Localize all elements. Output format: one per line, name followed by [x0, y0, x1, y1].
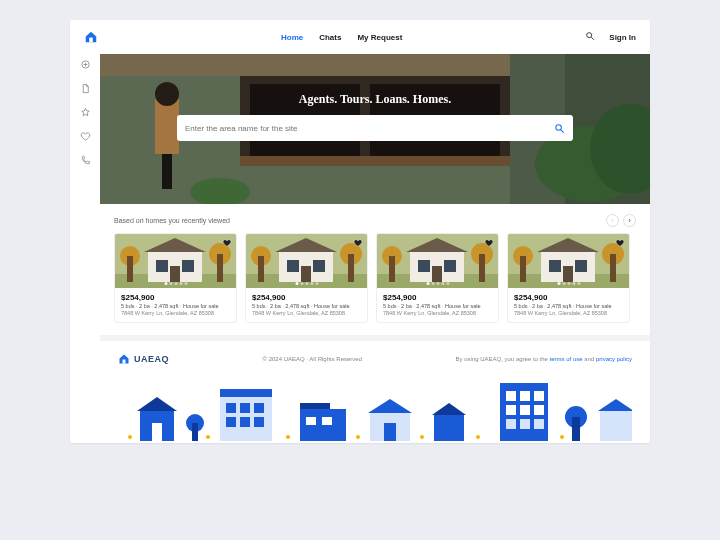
listing-meta: 5 bds · 2 ba · 2,478 sqft · House for sa… — [252, 303, 361, 309]
svg-marker-102 — [598, 399, 632, 411]
svg-rect-69 — [152, 423, 162, 441]
svg-rect-38 — [313, 260, 325, 272]
svg-rect-76 — [254, 403, 264, 413]
listing-meta: 5 bds · 2 ba · 2,478 sqft · House for sa… — [383, 303, 492, 309]
nav-chats[interactable]: Chats — [319, 33, 341, 42]
main-nav: Home Chats My Request — [281, 33, 402, 42]
sidebar-heart-icon[interactable] — [79, 130, 91, 142]
listing-card[interactable]: $254,900 5 bds · 2 ba · 2,478 sqft · Hou… — [114, 233, 237, 323]
hero-search — [177, 115, 573, 141]
svg-rect-0 — [89, 38, 93, 43]
listing-address: 7848 W Kerry Ln, Glendale, AZ 85308 — [383, 310, 492, 316]
svg-rect-93 — [506, 405, 516, 415]
privacy-link[interactable]: privacy policy — [596, 356, 632, 362]
svg-rect-83 — [322, 417, 332, 425]
pager: ‹ › — [606, 214, 636, 227]
svg-rect-59 — [549, 260, 561, 272]
svg-point-20 — [556, 124, 562, 129]
svg-rect-65 — [610, 254, 616, 282]
svg-point-1 — [587, 33, 592, 38]
svg-point-108 — [476, 435, 480, 439]
listing-thumb — [508, 234, 629, 288]
sidebar-phone-icon[interactable] — [79, 154, 91, 166]
svg-rect-79 — [254, 417, 264, 427]
svg-rect-61 — [563, 266, 573, 282]
svg-rect-87 — [434, 415, 464, 441]
listing-thumb — [246, 234, 367, 288]
svg-rect-30 — [127, 256, 133, 282]
footer-brand-name: UAEAQ — [134, 354, 169, 364]
sidebar-add-icon[interactable] — [79, 58, 91, 70]
listing-card[interactable]: $254,900 5 bds · 2 ba · 2,478 sqft · Hou… — [376, 233, 499, 323]
footer-illustration — [118, 375, 632, 443]
svg-point-103 — [128, 435, 132, 439]
svg-rect-90 — [506, 391, 516, 401]
svg-rect-73 — [220, 389, 272, 397]
listing-price: $254,900 — [514, 293, 623, 302]
sidebar-star-icon[interactable] — [79, 106, 91, 118]
favorite-heart-icon[interactable] — [615, 238, 625, 248]
svg-rect-95 — [534, 405, 544, 415]
carousel-dots — [426, 282, 449, 285]
svg-rect-27 — [182, 260, 194, 272]
svg-marker-88 — [432, 403, 466, 415]
svg-rect-74 — [226, 403, 236, 413]
svg-rect-50 — [432, 266, 442, 282]
signin-link[interactable]: Sign In — [609, 33, 636, 42]
svg-rect-91 — [520, 391, 530, 401]
favorite-heart-icon[interactable] — [353, 238, 363, 248]
topbar: Home Chats My Request Sign In — [70, 20, 650, 54]
listing-price: $254,900 — [121, 293, 230, 302]
nav-myrequest[interactable]: My Request — [357, 33, 402, 42]
carousel-dots — [295, 282, 318, 285]
terms-link[interactable]: terms of use — [550, 356, 583, 362]
hero-search-submit-icon[interactable] — [554, 123, 565, 134]
search-icon[interactable] — [585, 31, 595, 43]
section-title: Based on homes you recently viewed — [114, 217, 230, 224]
listing-card[interactable]: $254,900 5 bds · 2 ba · 2,478 sqft · Hou… — [245, 233, 368, 323]
svg-rect-43 — [348, 254, 354, 282]
svg-rect-86 — [384, 423, 396, 441]
svg-rect-78 — [240, 417, 250, 427]
pager-prev-icon[interactable]: ‹ — [606, 214, 619, 227]
svg-rect-37 — [287, 260, 299, 272]
svg-rect-41 — [258, 256, 264, 282]
logo-icon — [84, 30, 98, 44]
footer: UAEAQ © 2024 UAEAQ · All Rights Reserved… — [100, 335, 650, 443]
hero-title: Agents. Tours. Loans. Homes. — [177, 92, 573, 107]
footer-brand: UAEAQ — [118, 353, 169, 365]
svg-rect-52 — [389, 256, 395, 282]
listing-address: 7848 W Kerry Ln, Glendale, AZ 85308 — [121, 310, 230, 316]
svg-rect-28 — [170, 266, 180, 282]
sidebar-doc-icon[interactable] — [79, 82, 91, 94]
svg-rect-71 — [192, 423, 198, 441]
favorite-heart-icon[interactable] — [484, 238, 494, 248]
pager-next-icon[interactable]: › — [623, 214, 636, 227]
listing-thumb — [377, 234, 498, 288]
svg-point-104 — [206, 435, 210, 439]
nav-home[interactable]: Home — [281, 33, 303, 42]
svg-point-107 — [420, 435, 424, 439]
svg-rect-92 — [534, 391, 544, 401]
svg-line-21 — [561, 129, 564, 132]
svg-rect-26 — [156, 260, 168, 272]
listing-address: 7848 W Kerry Ln, Glendale, AZ 85308 — [252, 310, 361, 316]
hero-search-input[interactable] — [185, 124, 554, 133]
listing-meta: 5 bds · 2 ba · 2,478 sqft · House for sa… — [514, 303, 623, 309]
svg-rect-66 — [123, 360, 126, 364]
listing-price: $254,900 — [383, 293, 492, 302]
svg-rect-101 — [600, 411, 632, 441]
svg-rect-39 — [301, 266, 311, 282]
svg-rect-77 — [226, 417, 236, 427]
svg-rect-82 — [306, 417, 316, 425]
listing-card[interactable]: $254,900 5 bds · 2 ba · 2,478 sqft · Hou… — [507, 233, 630, 323]
listing-address: 7848 W Kerry Ln, Glendale, AZ 85308 — [514, 310, 623, 316]
hero: Agents. Tours. Loans. Homes. — [100, 54, 650, 204]
listing-meta: 5 bds · 2 ba · 2,478 sqft · House for sa… — [121, 303, 230, 309]
favorite-heart-icon[interactable] — [222, 238, 232, 248]
recent-section: Based on homes you recently viewed ‹ › $… — [100, 204, 650, 335]
footer-legal: By using UAEAQ, you agree to the terms o… — [456, 356, 632, 362]
svg-rect-60 — [575, 260, 587, 272]
listing-price: $254,900 — [252, 293, 361, 302]
svg-point-109 — [560, 435, 564, 439]
